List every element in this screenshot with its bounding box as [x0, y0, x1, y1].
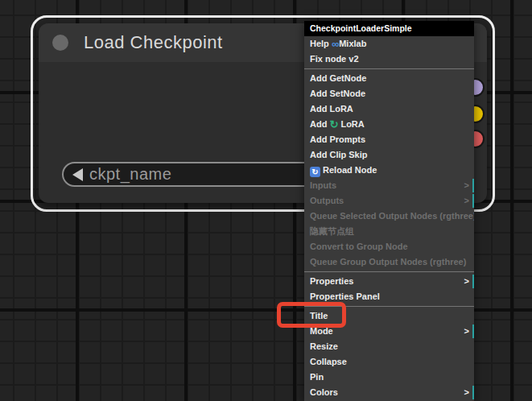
- submenu-accent-bar: [472, 194, 474, 208]
- menu-item-add-lora-2[interactable]: Add ↻ LoRA: [304, 117, 474, 132]
- prev-value-arrow-icon[interactable]: [72, 168, 83, 181]
- menu-item-mode[interactable]: Mode>: [304, 324, 474, 339]
- menu-item-properties[interactable]: Properties>: [304, 274, 474, 289]
- menu-item-add-clip-skip[interactable]: Add Clip Skip: [304, 147, 474, 163]
- menu-item-add-setnode[interactable]: Add SetNode: [304, 86, 474, 101]
- widget-label: ckpt_name: [89, 165, 171, 184]
- menu-item-hide-node-group[interactable]: 隐藏节点组: [304, 224, 474, 239]
- menu-item-queue-group-output-nodes[interactable]: Queue Group Output Nodes (rgthree): [304, 254, 474, 270]
- menu-item-properties-panel[interactable]: Properties Panel: [304, 289, 474, 304]
- context-menu-items: Help ∞MixlabFix node v2Add GetNodeAdd Se…: [304, 36, 474, 400]
- menu-item-add-prompts[interactable]: Add Prompts: [304, 132, 474, 147]
- menu-item-colors[interactable]: Colors>: [304, 385, 474, 400]
- menu-item-fix-node-v2[interactable]: Fix node v2: [304, 52, 474, 67]
- submenu-arrow-icon: >: [464, 385, 469, 400]
- submenu-accent-bar: [472, 325, 474, 338]
- menu-item-reload-node[interactable]: ↻ Reload Node: [304, 163, 474, 178]
- lora-swirl-icon: ↻: [329, 117, 338, 132]
- menu-item-outputs[interactable]: Outputs>: [304, 193, 474, 209]
- node-collapse-dot[interactable]: [52, 35, 68, 51]
- menu-item-convert-to-group-node[interactable]: Convert to Group Node: [304, 239, 474, 254]
- menu-item-resize[interactable]: Resize: [304, 339, 474, 354]
- submenu-accent-bar: [472, 275, 474, 288]
- menu-item-title[interactable]: Title: [304, 308, 474, 324]
- menu-item-add-lora[interactable]: Add LoRA: [304, 101, 474, 117]
- context-menu: CheckpointLoaderSimple Help ∞MixlabFix n…: [304, 21, 474, 401]
- context-menu-header: CheckpointLoaderSimple: [304, 21, 474, 36]
- submenu-accent-bar: [472, 179, 474, 192]
- menu-item-pin[interactable]: Pin: [304, 370, 474, 385]
- menu-item-collapse[interactable]: Collapse: [304, 354, 474, 370]
- menu-item-help-mixlab[interactable]: Help ∞Mixlab: [304, 36, 474, 52]
- menu-item-queue-selected-output-nodes[interactable]: Queue Selected Output Nodes (rgthree): [304, 209, 474, 224]
- node-title: Load Checkpoint: [84, 23, 223, 62]
- reload-icon: ↻: [310, 167, 320, 177]
- mixlab-infinity-icon: ∞: [332, 36, 339, 52]
- menu-item-add-getnode[interactable]: Add GetNode: [304, 71, 474, 86]
- submenu-arrow-icon: >: [464, 193, 469, 209]
- submenu-arrow-icon: >: [464, 274, 469, 289]
- submenu-arrow-icon: >: [464, 324, 469, 339]
- submenu-arrow-icon: >: [464, 178, 469, 193]
- menu-item-inputs[interactable]: Inputs>: [304, 178, 474, 193]
- submenu-accent-bar: [472, 386, 474, 399]
